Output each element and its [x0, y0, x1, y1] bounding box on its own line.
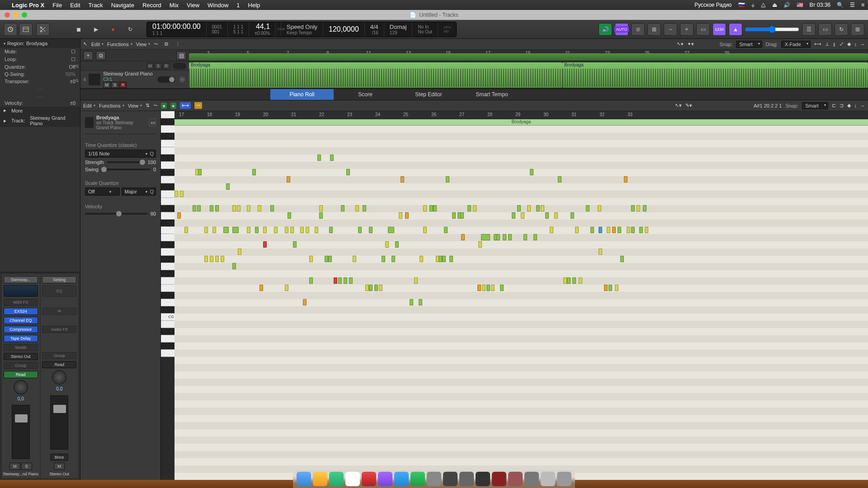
- dock-app16-icon[interactable]: [541, 472, 555, 486]
- velocity-slider[interactable]: [85, 213, 148, 215]
- pan-knob-out[interactable]: [52, 370, 66, 385]
- piano-roll-ruler[interactable]: 1718192021222324252627282930313233: [175, 111, 868, 119]
- dock-app8-icon[interactable]: [410, 472, 425, 486]
- midi-note[interactable]: [627, 227, 630, 233]
- midi-note[interactable]: [215, 205, 219, 211]
- arrange-view-menu[interactable]: View: [136, 42, 151, 47]
- tool-icon-d[interactable]: ⤢: [840, 41, 844, 47]
- midi-note[interactable]: [306, 227, 309, 233]
- midi-note[interactable]: [290, 227, 294, 233]
- midi-note[interactable]: [346, 169, 350, 175]
- midi-note[interactable]: [303, 299, 307, 305]
- midi-note[interactable]: [184, 227, 188, 233]
- midi-note[interactable]: [204, 256, 208, 262]
- dock-app14-icon[interactable]: [508, 472, 523, 486]
- vzoom-icon[interactable]: ↕: [854, 42, 857, 47]
- midi-note[interactable]: [232, 205, 236, 211]
- midi-note[interactable]: [631, 227, 635, 233]
- menubar-now-playing[interactable]: Русское Радио: [694, 2, 732, 8]
- pr-view-menu[interactable]: View: [128, 103, 142, 108]
- midi-note[interactable]: [374, 285, 378, 291]
- menu-file[interactable]: File: [52, 2, 62, 9]
- dock-trash-icon[interactable]: [557, 472, 571, 486]
- midi-note[interactable]: [175, 191, 178, 197]
- midi-note[interactable]: [473, 205, 476, 211]
- midi-note[interactable]: [177, 212, 181, 219]
- midi-note[interactable]: [329, 227, 333, 233]
- midi-note[interactable]: [609, 285, 612, 291]
- mute-row[interactable]: Mute:☐: [0, 48, 80, 56]
- dock-itunes-icon[interactable]: [378, 472, 392, 486]
- pr-zoom-icon-1[interactable]: ⊏: [832, 103, 836, 108]
- view-icon[interactable]: 👁: [42, 308, 76, 315]
- midi-note[interactable]: [563, 277, 567, 284]
- midi-note[interactable]: [423, 227, 427, 233]
- arrange-region-lane[interactable]: Brodyaga Brodyaga: [189, 61, 868, 89]
- midi-note[interactable]: [263, 227, 267, 233]
- midi-note[interactable]: [232, 263, 236, 269]
- dock-app13-icon[interactable]: [492, 472, 506, 486]
- dock-safari-icon[interactable]: [329, 472, 344, 486]
- pr-vzoom-icon[interactable]: ↕: [854, 103, 857, 108]
- menu-mix[interactable]: Mix: [170, 2, 179, 9]
- midi-note[interactable]: [270, 205, 274, 211]
- track-volume-slider[interactable]: [173, 63, 186, 69]
- midifx-slot[interactable]: MIDI FX: [4, 299, 38, 306]
- midi-note[interactable]: [598, 205, 601, 211]
- midi-note[interactable]: [620, 256, 624, 262]
- midi-note[interactable]: [486, 285, 490, 291]
- midi-note[interactable]: [328, 256, 332, 262]
- region-header[interactable]: Region: Brodyaga: [0, 39, 80, 48]
- midi-note[interactable]: [255, 227, 259, 233]
- midi-note[interactable]: [252, 169, 256, 175]
- list-editors-button[interactable]: ☰: [802, 23, 816, 36]
- midi-note[interactable]: [554, 212, 558, 219]
- midi-note[interactable]: [508, 234, 512, 240]
- midi-note[interactable]: [405, 212, 409, 219]
- menu-1[interactable]: 1: [236, 2, 240, 9]
- pr-chain-icon[interactable]: ⚯: [194, 102, 202, 109]
- loop-row[interactable]: Loop:☐: [0, 56, 80, 63]
- toolbar-btn-4[interactable]: ▭: [696, 23, 710, 36]
- midi-note[interactable]: [285, 227, 288, 233]
- midi-note[interactable]: [414, 277, 418, 284]
- cycle-button[interactable]: ↻: [123, 23, 137, 36]
- lcd-timecode[interactable]: 01:00:00:00.00: [152, 23, 201, 31]
- record-button[interactable]: ●: [106, 23, 120, 36]
- midi-note[interactable]: [541, 205, 544, 211]
- menubar-clock[interactable]: Вт 03:36: [810, 2, 830, 8]
- region-strip[interactable]: Brodyaga: [175, 119, 868, 126]
- menu-record[interactable]: Record: [142, 2, 161, 9]
- drag-select[interactable]: X-Fade: [781, 41, 810, 48]
- menu-edit[interactable]: Edit: [70, 2, 80, 9]
- library-button[interactable]: [4, 23, 17, 36]
- midi-note[interactable]: [258, 205, 261, 211]
- midi-note[interactable]: [521, 212, 524, 219]
- midi-note[interactable]: [197, 205, 201, 211]
- pr-edit-menu[interactable]: Edit: [83, 103, 95, 108]
- midi-note[interactable]: [444, 227, 448, 233]
- pr-link-icon[interactable]: ⟷: [180, 102, 191, 109]
- midi-note[interactable]: [477, 285, 481, 291]
- menu-window[interactable]: Window: [208, 2, 228, 9]
- midi-note[interactable]: [410, 299, 413, 305]
- midi-note[interactable]: [599, 227, 602, 233]
- tab-smart-tempo[interactable]: Smart Tempo: [460, 89, 524, 100]
- midi-note[interactable]: [325, 256, 328, 262]
- midi-note[interactable]: [503, 234, 506, 240]
- scale-quantize-off[interactable]: Off: [85, 188, 120, 196]
- midi-note[interactable]: [517, 205, 521, 211]
- midi-note[interactable]: [624, 176, 627, 183]
- fx-tapedelay[interactable]: Tape Delay: [4, 335, 38, 342]
- midi-note[interactable]: [341, 205, 344, 211]
- dock-textedit-icon[interactable]: [345, 472, 360, 486]
- dock-app11-icon[interactable]: [459, 472, 474, 486]
- pr-collapse-icon[interactable]: ⇅: [146, 103, 150, 108]
- track-pan-knob[interactable]: [178, 75, 186, 84]
- arrange-edit-menu[interactable]: Edit: [91, 42, 104, 47]
- midi-note[interactable]: [639, 227, 643, 233]
- midi-note[interactable]: [550, 227, 553, 233]
- more-header[interactable]: ▸ More: [0, 107, 80, 114]
- inspector-button[interactable]: [19, 23, 33, 36]
- midi-note[interactable]: [309, 256, 313, 262]
